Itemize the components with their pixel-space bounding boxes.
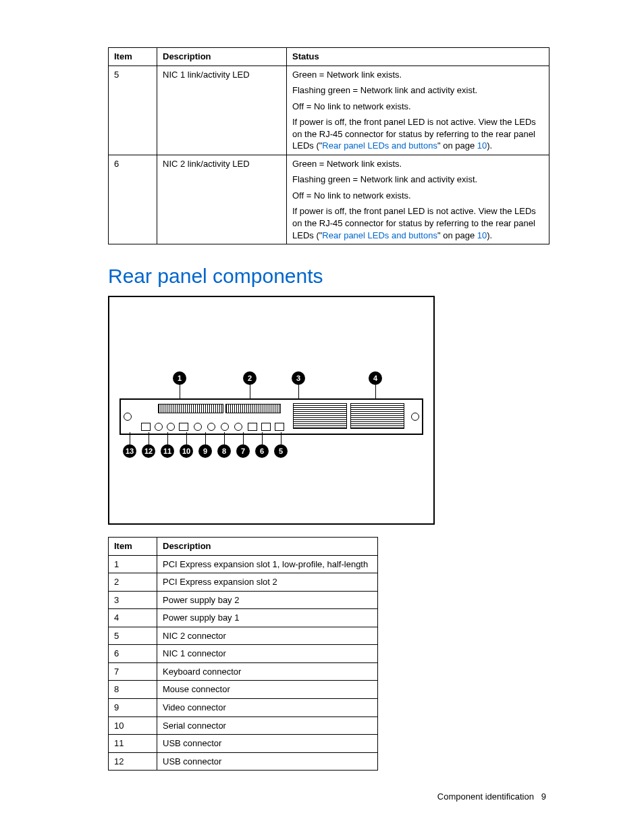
status-line: If power is off, the front panel LED is …: [292, 116, 543, 152]
cell-desc: Power supply bay 2: [157, 591, 378, 609]
cell-desc: NIC 1 connector: [157, 645, 378, 663]
callout-top: 3: [292, 371, 305, 385]
cell-item: 10: [109, 716, 157, 735]
footer-page: 9: [541, 791, 546, 802]
th-item: Item: [109, 538, 157, 556]
status-line: Flashing green = Network link and activi…: [292, 174, 543, 186]
table-row: 3Power supply bay 2: [109, 591, 378, 609]
callout-top: 2: [243, 371, 257, 385]
cell-item: 8: [109, 681, 157, 699]
table-row: 1PCI Express expansion slot 1, low-profi…: [109, 555, 378, 573]
cell-item: 7: [109, 662, 157, 681]
cell-desc: USB connector: [157, 735, 378, 753]
status-line: Green = Network link exists.: [292, 158, 543, 170]
callout-lead: [262, 432, 263, 444]
th-status: Status: [287, 48, 549, 66]
cell-item: 6: [109, 645, 157, 663]
cell-desc: Keyboard connector: [157, 662, 378, 681]
psu-bay: [293, 403, 347, 429]
table-row: 11USB connector: [109, 735, 378, 753]
port-icon: [221, 423, 229, 431]
section-heading: Rear panel components: [108, 265, 549, 288]
callout-lead: [130, 432, 130, 444]
cell-item: 1: [109, 555, 157, 573]
callout-bot: 9: [198, 444, 212, 458]
callout-bot: 12: [142, 444, 155, 458]
port-icon: [167, 423, 175, 431]
cell-desc: PCI Express expansion slot 1, low-profil…: [157, 555, 378, 573]
table-row: 9Video connector: [109, 699, 378, 717]
table-row: 5NIC 2 connector: [109, 627, 378, 645]
callout-bot: 6: [255, 444, 269, 458]
cell-item: 3: [109, 591, 157, 609]
port-icon: [234, 423, 242, 431]
callout-lead: [243, 432, 244, 444]
status-text: " on page: [437, 140, 477, 151]
page-footer: Component identification 9: [437, 791, 546, 802]
cell-desc: NIC 1 link/activity LED: [157, 66, 287, 155]
cell-desc: Mouse connector: [157, 681, 378, 699]
port-icon: [141, 423, 151, 431]
table-row: 12USB connector: [109, 752, 378, 771]
cell-item: 4: [109, 609, 157, 627]
table-row: 10Serial connector: [109, 716, 378, 735]
status-text: " on page: [437, 230, 477, 240]
callout-bot: 10: [180, 444, 193, 458]
status-line: Off = No link to network exists.: [292, 190, 543, 202]
rear-panel-leds-link[interactable]: Rear panel LEDs and buttons: [322, 140, 437, 151]
footer-section: Component identification: [437, 791, 534, 802]
rear-panel: [119, 398, 423, 435]
rear-panel-diagram: 1 2 3 4 13 1: [108, 296, 435, 525]
cell-status: Green = Network link exists. Flashing gr…: [287, 66, 549, 155]
psu-bay: [350, 403, 404, 429]
port-icon: [207, 423, 215, 431]
th-desc: Description: [157, 538, 378, 556]
callout-bot: 8: [217, 444, 231, 458]
rear-panel-components-table: Item Description 1PCI Express expansion …: [108, 537, 378, 771]
cell-item: 5: [109, 66, 157, 155]
screw-icon: [124, 413, 132, 421]
cell-desc: Power supply bay 1: [157, 609, 378, 627]
cell-item: 9: [109, 699, 157, 717]
pci-slot: [225, 404, 281, 413]
cell-desc: PCI Express expansion slot 2: [157, 573, 378, 592]
callout-bot: 13: [123, 444, 136, 458]
pci-slot: [158, 404, 223, 413]
table-row: 6NIC 1 connector: [109, 645, 378, 663]
th-desc: Description: [157, 48, 287, 66]
cell-desc: Video connector: [157, 699, 378, 717]
cell-item: 5: [109, 627, 157, 645]
callout-lead: [149, 432, 149, 444]
port-icon: [155, 423, 163, 431]
table-row: 7Keyboard connector: [109, 662, 378, 681]
port-icon: [179, 423, 188, 431]
cell-item: 12: [109, 752, 157, 771]
led-status-table: Item Description Status 5 NIC 1 link/act…: [108, 47, 549, 244]
callout-bot: 5: [274, 444, 288, 458]
cell-item: 2: [109, 573, 157, 592]
page-link[interactable]: 10: [477, 140, 487, 151]
callout-lead: [224, 432, 225, 444]
cell-item: 11: [109, 735, 157, 753]
port-icon: [275, 423, 284, 431]
port-icon: [248, 423, 257, 431]
status-line: Green = Network link exists.: [292, 69, 543, 81]
rear-panel-leds-link[interactable]: Rear panel LEDs and buttons: [322, 230, 437, 240]
table-row: 6 NIC 2 link/activity LED Green = Networ…: [109, 155, 549, 244]
th-item: Item: [109, 48, 157, 66]
cell-status: Green = Network link exists. Flashing gr…: [287, 155, 549, 244]
page-link[interactable]: 10: [477, 230, 487, 240]
status-text: ).: [487, 230, 492, 240]
callout-bot: 7: [236, 444, 250, 458]
cell-desc: USB connector: [157, 752, 378, 771]
callout-lead: [205, 432, 206, 444]
table-row: 8Mouse connector: [109, 681, 378, 699]
cell-desc: NIC 2 link/activity LED: [157, 155, 287, 244]
callout-bot: 11: [161, 444, 174, 458]
table-row: 4Power supply bay 1: [109, 609, 378, 627]
cell-desc: NIC 2 connector: [157, 627, 378, 645]
port-icon: [261, 423, 271, 431]
callout-top: 1: [173, 371, 186, 385]
table-row: 2PCI Express expansion slot 2: [109, 573, 378, 592]
callout-lead: [167, 432, 168, 444]
